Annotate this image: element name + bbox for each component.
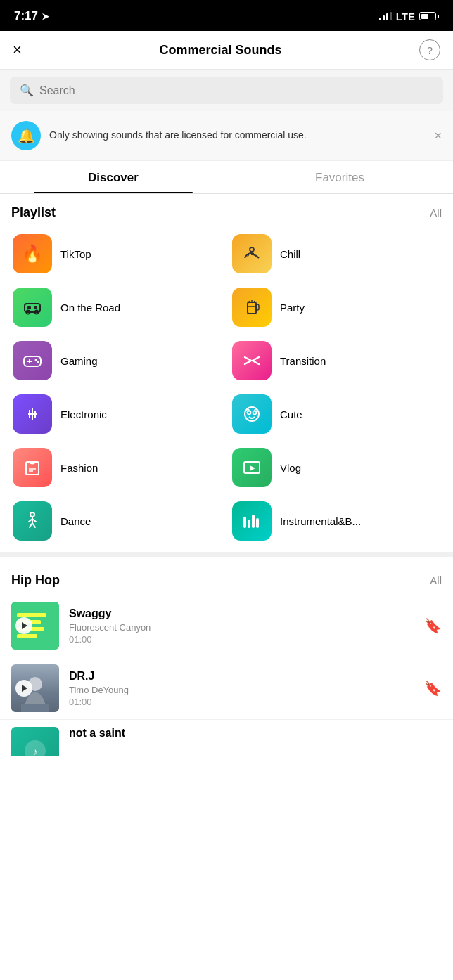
playlist-item-dance[interactable]: Dance <box>7 494 226 548</box>
vlog-icon <box>232 448 272 487</box>
signal-bar-4 <box>390 12 392 20</box>
swaggy-duration: 01:00 <box>69 634 414 645</box>
commercial-notice: 🔔 Only showing sounds that are licensed … <box>0 111 453 161</box>
signal-bar-1 <box>379 18 381 20</box>
cute-label: Cute <box>280 408 302 420</box>
battery-icon <box>419 12 439 20</box>
page-title: Commercial Sounds <box>159 43 281 58</box>
svg-rect-5 <box>34 306 37 309</box>
location-icon: ➤ <box>42 11 49 22</box>
electronic-label: Electronic <box>60 408 107 420</box>
svg-rect-30 <box>243 517 246 528</box>
svg-marker-27 <box>250 465 255 471</box>
gaming-icon <box>13 341 52 380</box>
drj-duration: 01:00 <box>69 697 414 707</box>
playlist-item-fashion[interactable]: Fashion <box>7 441 226 494</box>
playlist-title: Playlist <box>11 205 56 220</box>
playlist-section-header: Playlist All <box>0 194 453 227</box>
playlist-item-chill[interactable]: Chill <box>226 227 446 281</box>
playlist-item-cute[interactable]: Cute <box>226 387 446 441</box>
chill-icon <box>232 234 272 273</box>
help-icon: ? <box>427 44 433 56</box>
swaggy-bookmark-button[interactable]: 🔖 <box>424 617 442 634</box>
swaggy-info: Swaggy Fluorescent Canyon 01:00 <box>69 607 414 645</box>
chill-label: Chill <box>280 248 300 260</box>
drj-title: DR.J <box>69 670 414 683</box>
tabs: Discover Favorites <box>0 161 453 194</box>
fashion-icon <box>13 448 52 487</box>
party-label: Party <box>280 302 305 314</box>
playlist-item-tiktop[interactable]: 🔥 TikTop <box>7 227 226 281</box>
help-button[interactable]: ? <box>419 39 440 60</box>
gaming-label: Gaming <box>60 355 98 367</box>
hiphop-all-button[interactable]: All <box>430 574 442 586</box>
tab-favorites[interactable]: Favorites <box>226 161 453 193</box>
instrumental-label: Instrumental&B... <box>280 515 361 527</box>
search-icon: 🔍 <box>20 84 34 97</box>
status-time: 7:17 ➤ <box>14 9 49 23</box>
transition-icon <box>232 341 272 380</box>
playlist-item-party[interactable]: Party <box>226 281 446 334</box>
instrumental-icon <box>232 501 272 541</box>
svg-rect-9 <box>256 304 259 310</box>
swaggy-artist: Fluorescent Canyon <box>69 622 414 633</box>
svg-rect-35 <box>21 704 49 712</box>
svg-rect-4 <box>27 306 31 309</box>
section-divider <box>0 552 453 557</box>
transition-label: Transition <box>280 355 326 367</box>
playlist-item-instrumental[interactable]: Instrumental&B... <box>226 494 446 548</box>
svg-point-21 <box>248 411 251 415</box>
tiktop-label: TikTop <box>60 248 91 260</box>
svg-rect-8 <box>248 302 256 314</box>
svg-text:♪: ♪ <box>33 746 38 756</box>
playlist-item-transition[interactable]: Transition <box>226 334 446 387</box>
ontheroad-label: On the Road <box>60 302 120 314</box>
tab-favorites-label: Favorites <box>315 171 364 184</box>
dance-icon <box>13 501 52 541</box>
playlist-grid: 🔥 TikTop Chill On the Road <box>0 227 453 548</box>
song-list: Swaggy Fluorescent Canyon 01:00 🔖 DR.J T… <box>0 595 453 756</box>
swaggy-line-1 <box>17 613 46 617</box>
status-icons: LTE <box>379 11 439 22</box>
third-info: not a saint <box>69 727 442 742</box>
notice-text: Only showing sounds that are licensed fo… <box>49 129 426 143</box>
svg-point-15 <box>37 361 39 363</box>
electronic-icon <box>13 394 52 434</box>
playlist-item-gaming[interactable]: Gaming <box>7 334 226 387</box>
signal-bar-2 <box>383 15 385 20</box>
song-item-swaggy[interactable]: Swaggy Fluorescent Canyon 01:00 🔖 <box>0 595 453 657</box>
drj-bookmark-button[interactable]: 🔖 <box>424 680 442 697</box>
ontheroad-icon <box>13 288 52 327</box>
playlist-all-button[interactable]: All <box>430 207 442 219</box>
search-box[interactable]: 🔍 <box>10 77 443 104</box>
search-input[interactable] <box>39 84 433 97</box>
drj-artist: Timo DeYoung <box>69 685 414 695</box>
playlist-item-vlog[interactable]: Vlog <box>226 441 446 494</box>
dance-label: Dance <box>60 515 91 527</box>
drj-thumbnail <box>11 664 59 712</box>
svg-point-0 <box>250 247 254 252</box>
third-thumbnail: ♪ <box>11 727 59 756</box>
drj-info: DR.J Timo DeYoung 01:00 <box>69 670 414 707</box>
hiphop-title: Hip Hop <box>11 573 60 588</box>
fashion-label: Fashion <box>60 462 98 474</box>
tab-discover[interactable]: Discover <box>0 161 226 193</box>
svg-point-14 <box>35 359 37 361</box>
close-button[interactable]: × <box>13 41 22 59</box>
notice-close-button[interactable]: × <box>434 129 442 143</box>
song-item-drj[interactable]: DR.J Timo DeYoung 01:00 🔖 <box>0 657 453 720</box>
cute-icon <box>232 394 272 434</box>
swaggy-title: Swaggy <box>69 607 414 620</box>
lte-label: LTE <box>396 11 415 22</box>
song-item-third[interactable]: ♪ not a saint <box>0 720 453 756</box>
svg-rect-32 <box>252 515 255 528</box>
swaggy-thumbnail <box>11 602 59 650</box>
party-icon <box>232 288 272 327</box>
playlist-item-ontheroad[interactable]: On the Road <box>7 281 226 334</box>
signal-bars <box>379 12 392 20</box>
play-triangle <box>22 622 27 629</box>
signal-bar-3 <box>386 13 388 20</box>
vlog-label: Vlog <box>280 462 301 474</box>
svg-point-28 <box>30 512 34 517</box>
playlist-item-electronic[interactable]: Electronic <box>7 387 226 441</box>
